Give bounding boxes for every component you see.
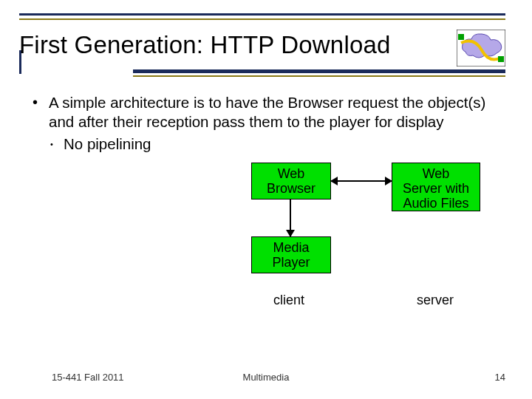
node-media-player: MediaPlayer xyxy=(251,236,331,273)
label-server: server xyxy=(417,293,454,308)
left-tick-decor xyxy=(19,66,40,70)
slide-title: First Generation: HTTP Download xyxy=(19,31,391,59)
arrow-browser-server xyxy=(331,180,392,182)
title-underline xyxy=(133,69,505,81)
footer-page-number: 14 xyxy=(495,372,505,383)
bullet-sub: No pipelining xyxy=(46,134,499,154)
footer-topic: Multimedia xyxy=(0,372,532,383)
node-web-browser: WebBrowser xyxy=(251,163,331,200)
svg-rect-2 xyxy=(498,56,504,62)
bullet-list: A simple architecture is to have the Bro… xyxy=(27,93,499,154)
architecture-diagram: WebBrowser MediaPlayer WebServer withAud… xyxy=(229,163,510,332)
cloud-corner-icon xyxy=(457,30,505,66)
svg-rect-1 xyxy=(458,34,464,40)
node-web-server: WebServer withAudio Files xyxy=(392,163,480,211)
arrow-browser-to-player xyxy=(290,200,291,236)
top-rule xyxy=(19,13,505,24)
label-client: client xyxy=(273,293,304,308)
bullet-main: A simple architecture is to have the Bro… xyxy=(46,93,499,132)
